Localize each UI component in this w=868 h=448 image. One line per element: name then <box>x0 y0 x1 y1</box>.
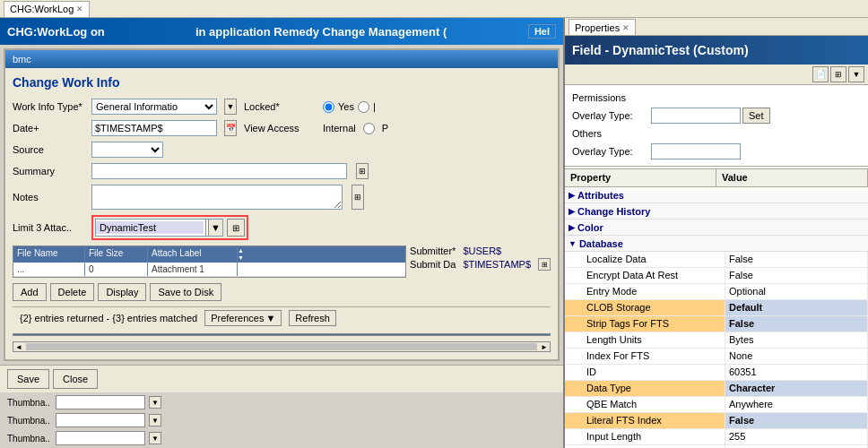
tree-cell-val-5: Bytes <box>725 332 868 348</box>
thumb-btn-2[interactable]: ▼ <box>149 414 161 426</box>
label-source: Source <box>13 144 84 155</box>
help-button[interactable]: Hel <box>528 24 556 39</box>
thumb-input-2[interactable] <box>56 413 145 427</box>
form-row-notes: Notes ⊞ <box>13 185 551 210</box>
tree-row-10[interactable]: Literal FTS IndexFalse <box>565 413 868 429</box>
tree-row-5[interactable]: Length UnitsBytes <box>565 332 868 349</box>
summary-expand-btn[interactable]: ⊞ <box>356 163 369 179</box>
locked-yes-radio[interactable] <box>323 101 334 113</box>
tab-chg-worklog[interactable]: CHG:WorkLog ✕ <box>4 1 90 17</box>
tree-cell-val-1: False <box>725 268 868 283</box>
file-col-header-label: Attach Label <box>148 246 238 263</box>
tab-label: CHG:WorkLog <box>10 4 74 14</box>
thumb-input-3[interactable] <box>56 431 145 445</box>
bottom-section: Save Close <box>0 365 563 392</box>
work-info-type-select[interactable]: General Informatio <box>91 99 217 115</box>
save-button[interactable]: Save <box>7 369 49 389</box>
others-row: Others <box>572 125 861 142</box>
tree-section-color[interactable]: ▶ Color <box>565 220 868 236</box>
thumbnail-rows: Thumbna.. ▼ Thumbna.. ▼ Thumbna.. ▼ <box>0 392 563 448</box>
date-input[interactable] <box>91 120 217 136</box>
limit-field-text: DynamicTest <box>96 221 204 234</box>
submit-date-value: $TIMESTAMP$ <box>463 259 531 270</box>
refresh-button[interactable]: Refresh <box>289 310 336 326</box>
tree-cell-prop-10: Literal FTS Index <box>565 413 725 428</box>
overlay-type-2-row: Overlay Type: <box>572 142 861 160</box>
overlay-type-1-input-group: Set <box>651 108 770 124</box>
scroll-right-icon[interactable]: ► <box>539 343 550 351</box>
tree-row-6[interactable]: Index For FTSNone <box>565 349 868 365</box>
summary-input[interactable] <box>91 163 347 179</box>
limit-arrow-btn[interactable]: ▼ <box>208 220 222 236</box>
file-cell-name: ... <box>13 263 85 276</box>
tree-row-8[interactable]: Data TypeCharacter <box>565 381 868 397</box>
props-tab-properties[interactable]: Properties ✕ <box>569 19 636 35</box>
set-button[interactable]: Set <box>742 108 770 124</box>
tree-row-0[interactable]: Localize DataFalse <box>565 252 868 268</box>
properties-title: Field - DynamicTest (Custom) <box>572 43 749 57</box>
tree-row-4[interactable]: Strip Tags For FTSFalse <box>565 316 868 332</box>
file-table-row[interactable]: ... 0 Attachment 1 <box>13 263 405 277</box>
tree-row-1[interactable]: Encrypt Data At RestFalse <box>565 268 868 284</box>
form-row-summary: Summary ⊞ <box>13 163 551 179</box>
label-locked: Locked* <box>244 101 316 112</box>
tree-section-database[interactable]: ▼ Database <box>565 236 868 252</box>
add-button[interactable]: Add <box>13 283 47 301</box>
props-tab-label: Properties <box>575 22 620 33</box>
tab-close-icon[interactable]: ✕ <box>76 4 83 13</box>
work-info-expand-btn[interactable]: ▼ <box>224 99 237 115</box>
props-tab-close-icon[interactable]: ✕ <box>622 23 629 32</box>
props-tab-bar: Properties ✕ <box>565 18 868 36</box>
others-label: Others <box>572 128 602 139</box>
close-button[interactable]: Close <box>53 369 98 389</box>
tree-cell-val-8: Character <box>725 381 868 396</box>
overlay-type-2-input[interactable] <box>651 143 741 159</box>
thumbnail-row-1: Thumbna.. ▼ <box>7 394 556 410</box>
notes-expand-btn[interactable]: ⊞ <box>352 185 364 210</box>
limit-action-btn[interactable]: ⊞ <box>227 219 245 237</box>
display-button[interactable]: Display <box>98 283 146 301</box>
file-cell-size: 0 <box>85 263 148 276</box>
submit-date-btn[interactable]: ⊞ <box>538 258 551 271</box>
props-divider <box>565 166 868 167</box>
thumb-btn-1[interactable]: ▼ <box>149 396 161 409</box>
submitter-row: Submitter* $USER$ <box>410 246 551 256</box>
tree-row-3[interactable]: CLOB StorageDefault <box>565 300 868 316</box>
overlay-type-1-row: Overlay Type: Set <box>572 107 861 125</box>
toolbar-page-icon[interactable]: 📄 <box>812 66 829 82</box>
scroll-left-icon[interactable]: ◄ <box>13 343 24 351</box>
view-access-radio[interactable] <box>363 123 375 134</box>
thumb-btn-3[interactable]: ▼ <box>149 432 161 444</box>
limit-divider <box>205 220 206 236</box>
tree-cell-prop-8: Data Type <box>565 381 725 396</box>
scroll-up-icon[interactable]: ▲ <box>238 247 252 254</box>
label-work-info-type: Work Info Type* <box>13 101 84 112</box>
thumb-input-1[interactable] <box>56 395 145 409</box>
bmc-header-label: bmc <box>13 54 31 65</box>
submitter-section: Submitter* $USER$ Submit Da $TIMESTAMP$ … <box>410 246 551 278</box>
tree-cell-val-11: 255 <box>725 429 868 444</box>
toolbar-grid-icon[interactable]: ⊞ <box>830 66 846 82</box>
tree-row-7[interactable]: ID60351 <box>565 365 868 381</box>
delete-button[interactable]: Delete <box>50 283 95 301</box>
preferences-arrow-icon: ▼ <box>265 313 275 323</box>
tree-row-2[interactable]: Entry ModeOptional <box>565 284 868 300</box>
overlay-type-1-label: Overlay Type: <box>572 110 644 121</box>
scroll-down-icon[interactable]: ▼ <box>238 254 252 262</box>
tree-section-attributes[interactable]: ▶ Attributes <box>565 187 868 203</box>
save-to-disk-button[interactable]: Save to Disk <box>150 283 221 301</box>
source-select[interactable] <box>91 142 163 158</box>
tree-row-9[interactable]: QBE MatchAnywhere <box>565 397 868 413</box>
app-title-text: CHG:WorkLog on in application Remedy Cha… <box>7 25 447 39</box>
locked-no-radio[interactable] <box>358 101 369 113</box>
toolbar-filter-icon[interactable]: ▼ <box>848 66 864 82</box>
file-col-scroll[interactable]: ▲ ▼ <box>238 246 252 263</box>
horizontal-scrollbar[interactable]: ◄ ► <box>13 341 551 352</box>
notes-textarea[interactable] <box>91 185 343 210</box>
tree-row-11[interactable]: Input Length255 <box>565 429 868 445</box>
tree-section-change-history[interactable]: ▶ Change History <box>565 203 868 220</box>
overlay-type-1-input[interactable] <box>651 108 741 124</box>
date-btn[interactable]: 📅 <box>224 120 237 136</box>
preferences-button[interactable]: Preferences ▼ <box>204 310 282 326</box>
label-limit: Limit 3 Attac.. <box>13 222 84 233</box>
